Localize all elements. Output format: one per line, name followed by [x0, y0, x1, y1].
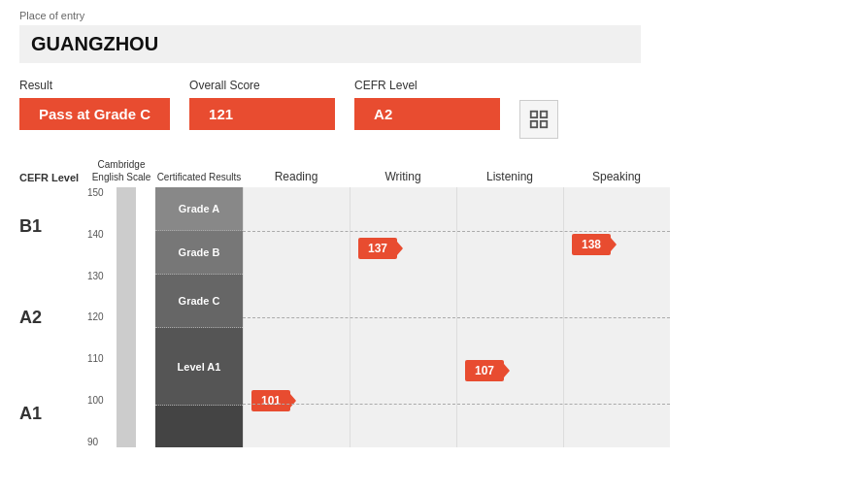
svg-rect-3 — [541, 121, 547, 127]
cefr-b1: B1 — [19, 187, 87, 255]
svg-rect-1 — [541, 112, 547, 117]
scale-110: 110 — [87, 353, 115, 364]
cefr-a2: A2 — [19, 264, 87, 361]
level-a1-cell: Level A1 — [155, 328, 243, 406]
scale-150: 150 — [87, 187, 115, 198]
grade-a-cell: Grade A — [155, 187, 243, 231]
reading-col: 101 — [243, 187, 350, 447]
place-of-entry-label: Place of entry — [19, 10, 849, 21]
scale-130: 130 — [87, 271, 115, 281]
writing-col: 137 — [350, 187, 456, 447]
overall-score-value: 121 — [189, 98, 335, 130]
scores-row: Result Pass at Grade C Overall Score 121… — [19, 79, 849, 139]
overall-score-block: Overall Score 121 — [189, 79, 335, 130]
cefr-level-block: CEFR Level A2 — [354, 79, 500, 130]
scale-90: 90 — [87, 437, 115, 447]
speaking-score-badge: 138 — [572, 234, 611, 255]
reading-col-header: Reading — [243, 170, 350, 187]
cefr-col-header: CEFR Level — [19, 172, 87, 187]
writing-col-header: Writing — [350, 170, 456, 187]
grade-b-cell: Grade B — [155, 231, 243, 275]
scale-bar — [117, 187, 136, 447]
chart-body: B1 A2 A1 150 140 130 120 110 100 90 — [19, 187, 849, 447]
overall-score-label: Overall Score — [189, 79, 335, 92]
cefr-level-label: CEFR Level — [354, 79, 500, 92]
writing-score-badge: 137 — [358, 238, 397, 259]
scale-col: 150 140 130 120 110 100 90 — [87, 187, 155, 447]
listening-col: 107 — [456, 187, 563, 447]
cert-col: Grade A Grade B Grade C Level A1 — [155, 187, 243, 447]
listening-score-badge: 107 — [465, 360, 504, 381]
speaking-col: 138 — [563, 187, 670, 447]
scale-140: 140 — [87, 229, 115, 240]
cefr-level-value: A2 — [354, 98, 500, 130]
grid-icon-button[interactable] — [519, 100, 558, 139]
reading-score-badge: 101 — [251, 390, 290, 411]
chart-header: CEFR Level Cambridge English Scale Certi… — [19, 158, 849, 187]
svg-rect-0 — [531, 112, 537, 117]
scale-numbers: 150 140 130 120 110 100 90 — [87, 187, 115, 447]
speaking-col-header: Speaking — [563, 170, 670, 187]
chart-area: CEFR Level Cambridge English Scale Certi… — [19, 158, 849, 447]
listening-col-header: Listening — [456, 170, 563, 187]
cefr-levels-col: B1 A2 A1 — [19, 187, 87, 447]
scale-col-header: Cambridge English Scale — [87, 158, 155, 187]
result-value: Pass at Grade C — [19, 98, 170, 130]
result-block: Result Pass at Grade C — [19, 79, 170, 130]
place-name: GUANGZHOU — [19, 25, 641, 63]
result-label: Result — [19, 79, 170, 92]
cefr-a1: A1 — [19, 370, 87, 447]
scale-120: 120 — [87, 311, 115, 322]
scale-100: 100 — [87, 395, 115, 406]
grade-c-cell: Grade C — [155, 275, 243, 328]
cert-col-header: Certificated Results — [155, 171, 243, 187]
svg-rect-2 — [531, 121, 537, 127]
below-a1-cell — [155, 406, 243, 447]
skills-container: 101 137 107 138 — [243, 187, 670, 447]
